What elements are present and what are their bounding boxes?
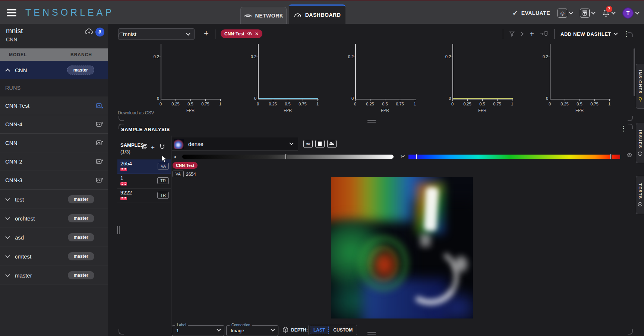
remove-from-dashboard-icon[interactable]: [96, 103, 103, 109]
sidebar-item-master[interactable]: mastermaster: [0, 266, 108, 285]
notifications-button[interactable]: 7: [602, 9, 615, 17]
sample-list-item[interactable]: 1TR: [117, 174, 171, 188]
y-tick-label: 0.2: [533, 54, 548, 59]
split-badge: VA: [158, 163, 169, 169]
run-name: CNN-2: [5, 158, 22, 165]
x-tick-label: 0.5: [574, 102, 585, 106]
y-axis: [355, 44, 356, 99]
dashlet-resize-handle[interactable]: [117, 226, 120, 234]
x-tick-label: 0.5: [380, 102, 390, 106]
tab-dashboard[interactable]: DASHBOARD: [289, 4, 345, 24]
process-menu-button[interactable]: ◎: [558, 9, 572, 18]
avatar: T: [622, 7, 634, 19]
x-axis: [550, 99, 610, 99]
slider-handle[interactable]: [416, 154, 417, 159]
y-tick-label: 0.2: [338, 54, 354, 59]
sliders-icon: [329, 142, 334, 146]
more-options-icon[interactable]: ⋮: [620, 125, 627, 132]
depth-last-option[interactable]: LAST: [310, 326, 329, 334]
sample-list-item[interactable]: 9222TR: [117, 188, 171, 203]
x-tick-label: 1: [507, 102, 517, 106]
dashlet-resize-handle[interactable]: [367, 332, 376, 335]
x-axis-label: FPR: [355, 108, 415, 112]
rail-tab-tests[interactable]: TESTS: [636, 176, 644, 214]
sidebar-item-cmtest[interactable]: cmtestmaster: [0, 247, 108, 266]
hamburger-menu-icon[interactable]: [7, 9, 16, 16]
eye-icon[interactable]: [247, 32, 252, 35]
scissors-icon[interactable]: ✂: [401, 153, 405, 160]
cloud-upload-icon[interactable]: [85, 28, 93, 35]
sidebar-run-item-cnn-2[interactable]: CNN-2: [0, 152, 108, 171]
x-tick-label: 0.5: [477, 102, 487, 106]
fit-view-button[interactable]: ‹M›: [303, 140, 313, 148]
roc-chart: 0.2000.250.50.751FPR: [143, 44, 233, 118]
dashlet-resize-handle[interactable]: [367, 120, 376, 123]
sidebar-item-cnn-selected[interactable]: CNN master: [0, 61, 108, 79]
branch-column-header: BRANCH: [70, 52, 92, 57]
fullscreen-button[interactable]: [315, 140, 325, 148]
y-tick-label: 0.2: [435, 54, 451, 59]
chevron-right-icon[interactable]: [521, 32, 524, 36]
layer-select[interactable]: dense: [172, 137, 298, 150]
add-to-dashboard-icon[interactable]: [96, 140, 103, 146]
sidebar-run-item-cnn-3[interactable]: CNN-3: [0, 171, 108, 190]
sample-heatmap-image[interactable]: [331, 177, 473, 318]
depth-custom-option[interactable]: CUSTOM: [330, 326, 356, 334]
samples-list: 2654VA1TR9222TR: [117, 159, 171, 203]
sidebar-item-orchtest[interactable]: orchtestmaster: [0, 209, 108, 228]
contrast-icon[interactable]: ◐: [174, 153, 177, 160]
sample-list-item[interactable]: 2654VA: [117, 159, 171, 174]
x-tick-label: 0: [253, 102, 263, 106]
account-menu-button[interactable]: T: [622, 7, 639, 19]
rail-tab-issues[interactable]: ISSUES: [636, 123, 644, 163]
add-sample-icon[interactable]: +: [151, 144, 155, 151]
add-to-dashboard-icon[interactable]: [96, 177, 103, 183]
rail-tab-insights[interactable]: INSIGHTS: [636, 64, 644, 109]
run-filter-chip[interactable]: CNN-Test ✕: [221, 29, 262, 38]
display-settings-button[interactable]: [327, 140, 337, 148]
x-tick: [176, 99, 176, 101]
add-dashlet-plus-button[interactable]: +: [530, 30, 534, 38]
branch-badge: master: [68, 214, 94, 222]
slider-handle[interactable]: [610, 154, 612, 159]
dataset-menu-button[interactable]: [580, 9, 595, 18]
pin-button[interactable]: [95, 28, 104, 37]
tab-network[interactable]: NETWORK: [240, 7, 287, 24]
copy-samples-icon[interactable]: [142, 144, 148, 149]
sidebar-item-test[interactable]: testmaster: [0, 190, 108, 209]
add-to-dashboard-icon[interactable]: [96, 159, 103, 165]
add-filter-button[interactable]: +: [204, 29, 209, 38]
x-tick-label: 0.25: [170, 102, 181, 106]
close-icon[interactable]: ✕: [255, 31, 259, 37]
branch-badge: master: [68, 271, 94, 279]
x-tick-label: 0.25: [559, 102, 570, 106]
download-csv-link[interactable]: Download as CSV: [118, 110, 154, 115]
label-select[interactable]: Label 1: [172, 325, 224, 336]
scrollbar-thumb[interactable]: [634, 48, 635, 96]
x-tick: [355, 99, 356, 101]
heatmap-layer: [372, 251, 397, 279]
filter-funnel-icon[interactable]: [509, 31, 515, 37]
slider-handle[interactable]: [285, 154, 287, 159]
x-tick: [258, 99, 258, 101]
colormap-visibility-icon[interactable]: [626, 153, 632, 157]
sidebar-item-asd[interactable]: asdmaster: [0, 228, 108, 247]
dataset-select[interactable]: mnist: [118, 28, 195, 40]
magnet-icon[interactable]: [160, 144, 165, 149]
add-to-dashboard-icon[interactable]: [96, 121, 103, 127]
roc-charts-dashlet: 0.2000.250.50.751FPR0.2000.250.50.751FPR…: [108, 44, 635, 121]
evaluate-button[interactable]: ✓ EVALUATE: [512, 9, 550, 17]
add-new-dashlet-button[interactable]: ADD NEW DASHLET: [561, 31, 617, 37]
x-tick-label: 1: [312, 102, 323, 106]
grayscale-range-slider[interactable]: [182, 155, 394, 159]
x-tick: [318, 99, 318, 101]
sidebar-run-item-cnn-test[interactable]: CNN-Test: [0, 96, 108, 115]
test-tube-icon[interactable]: [540, 31, 548, 37]
colormap-range-slider[interactable]: [408, 155, 620, 159]
x-tick: [385, 99, 385, 101]
sidebar-run-item-cnn[interactable]: CNN: [0, 134, 108, 152]
cube-icon: [283, 327, 288, 333]
connection-select[interactable]: Connection Image: [226, 325, 278, 336]
model-name: test: [15, 196, 24, 203]
sidebar-run-item-cnn-4[interactable]: CNN-4: [0, 115, 108, 134]
